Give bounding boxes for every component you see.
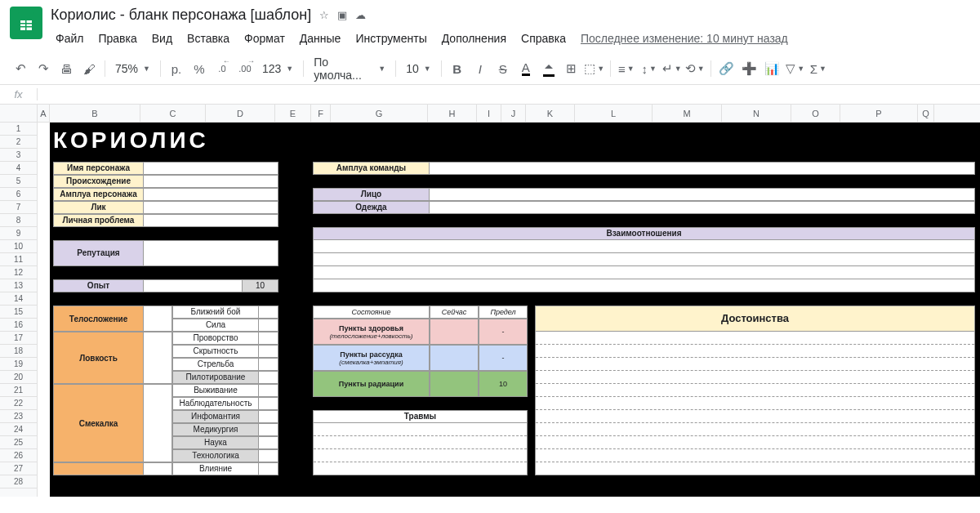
row-header[interactable]: 14 <box>0 292 37 306</box>
col-header[interactable]: G <box>331 105 428 122</box>
currency-button[interactable]: р. <box>166 58 187 79</box>
link-button[interactable]: 🔗 <box>716 58 737 79</box>
skill-value[interactable] <box>259 462 278 475</box>
col-header[interactable]: I <box>477 105 501 122</box>
row-header[interactable]: 16 <box>0 319 37 332</box>
dec-more-button[interactable]: .00→ <box>234 58 256 79</box>
col-header[interactable]: P <box>840 105 918 122</box>
row-header[interactable]: 18 <box>0 345 37 358</box>
injuries-body[interactable] <box>313 423 528 475</box>
rotate-button[interactable]: ⟲▼ <box>684 58 706 79</box>
menu-insert[interactable]: Вставка <box>182 29 234 48</box>
skill-value[interactable] <box>259 449 278 462</box>
undo-button[interactable]: ↶ <box>10 58 31 79</box>
input-origin[interactable] <box>144 175 278 188</box>
print-button[interactable]: 🖶 <box>56 58 77 79</box>
skill-value[interactable] <box>259 306 278 319</box>
row-header[interactable]: 9 <box>0 227 37 240</box>
input-mp-now[interactable] <box>430 345 479 371</box>
functions-button[interactable]: Σ▼ <box>808 58 829 79</box>
halign-button[interactable]: ≡▼ <box>616 58 637 79</box>
row-header[interactable]: 26 <box>0 449 37 462</box>
skill-value[interactable] <box>259 397 278 410</box>
filter-button[interactable]: ▽▼ <box>785 58 806 79</box>
input-face[interactable] <box>144 201 278 214</box>
row-header[interactable]: 6 <box>0 188 37 201</box>
input-role[interactable] <box>144 188 278 201</box>
comment-button[interactable]: ➕ <box>739 58 760 79</box>
skill-value[interactable] <box>259 384 278 397</box>
col-header[interactable]: N <box>722 105 791 122</box>
attr-value[interactable] <box>144 384 172 462</box>
row-header[interactable]: 10 <box>0 240 37 253</box>
row-header[interactable]: 22 <box>0 397 37 410</box>
row-header[interactable]: 3 <box>0 149 37 162</box>
format-dropdown[interactable]: 123▼ <box>257 58 298 79</box>
fill-color-button[interactable] <box>538 58 559 79</box>
skill-value[interactable] <box>259 436 278 449</box>
row-header[interactable]: 8 <box>0 214 37 227</box>
row-header[interactable]: 24 <box>0 423 37 436</box>
skill-value[interactable] <box>259 423 278 436</box>
col-header[interactable]: D <box>206 105 275 122</box>
row-header[interactable]: 4 <box>0 162 37 175</box>
input-relation[interactable] <box>313 240 975 253</box>
doc-title[interactable]: Кориолис - бланк персонажа [шаблон] <box>51 7 311 24</box>
col-header[interactable]: H <box>428 105 477 122</box>
row-header[interactable]: 7 <box>0 201 37 214</box>
zoom-dropdown[interactable]: 75%▼ <box>110 58 155 79</box>
input-face-desc[interactable] <box>430 188 975 201</box>
skill-value[interactable] <box>259 332 278 345</box>
col-header[interactable]: J <box>501 105 526 122</box>
star-icon[interactable]: ☆ <box>319 9 329 21</box>
col-header[interactable]: L <box>575 105 653 122</box>
dec-less-button[interactable]: .0← <box>212 58 233 79</box>
paint-format-button[interactable]: 🖌 <box>78 58 100 79</box>
row-header[interactable]: 21 <box>0 384 37 397</box>
sheets-logo[interactable] <box>10 7 42 39</box>
menu-view[interactable]: Вид <box>147 29 177 48</box>
skill-value[interactable] <box>259 358 278 371</box>
skill-value[interactable] <box>259 371 278 384</box>
font-size-dropdown[interactable]: 10▼ <box>401 58 436 79</box>
input-hp-now[interactable] <box>430 319 479 345</box>
bold-button[interactable]: B <box>447 58 468 79</box>
merits-body[interactable] <box>535 332 975 475</box>
menu-addons[interactable]: Дополнения <box>437 29 511 48</box>
row-header[interactable]: 5 <box>0 175 37 188</box>
input-clothes[interactable] <box>430 201 975 214</box>
col-header[interactable]: C <box>140 105 206 122</box>
chart-button[interactable]: 📊 <box>762 58 783 79</box>
attr-value[interactable] <box>144 462 172 475</box>
menu-file[interactable]: Файл <box>51 29 88 48</box>
input-char-name[interactable] <box>144 162 278 175</box>
valign-button[interactable]: ↕▼ <box>639 58 660 79</box>
redo-button[interactable]: ↷ <box>33 58 54 79</box>
merge-button[interactable]: ⬚▼ <box>584 58 605 79</box>
input-problem[interactable] <box>144 214 278 227</box>
menu-help[interactable]: Справка <box>516 29 571 48</box>
row-header[interactable]: 23 <box>0 410 37 423</box>
row-header[interactable]: 2 <box>0 136 37 149</box>
menu-tools[interactable]: Инструменты <box>350 29 431 48</box>
col-header[interactable]: Q <box>918 105 934 122</box>
input-reputation[interactable] <box>144 240 278 266</box>
menu-edit[interactable]: Правка <box>93 29 141 48</box>
strike-button[interactable]: S <box>492 58 514 79</box>
move-icon[interactable]: ▣ <box>337 9 347 21</box>
menu-data[interactable]: Данные <box>295 29 346 48</box>
select-all-corner[interactable] <box>0 105 38 122</box>
skill-value[interactable] <box>259 319 278 332</box>
input-relation[interactable] <box>313 279 975 292</box>
col-header[interactable]: K <box>526 105 575 122</box>
row-header[interactable]: 15 <box>0 306 37 319</box>
borders-button[interactable]: ⊞ <box>561 58 582 79</box>
menu-format[interactable]: Формат <box>239 29 290 48</box>
input-rad-now[interactable] <box>430 371 479 397</box>
row-header[interactable]: 19 <box>0 358 37 371</box>
row-header[interactable]: 20 <box>0 371 37 384</box>
text-color-button[interactable]: A <box>515 58 537 79</box>
wrap-button[interactable]: ↵▼ <box>662 58 683 79</box>
col-header[interactable]: M <box>653 105 722 122</box>
col-header[interactable]: O <box>791 105 840 122</box>
